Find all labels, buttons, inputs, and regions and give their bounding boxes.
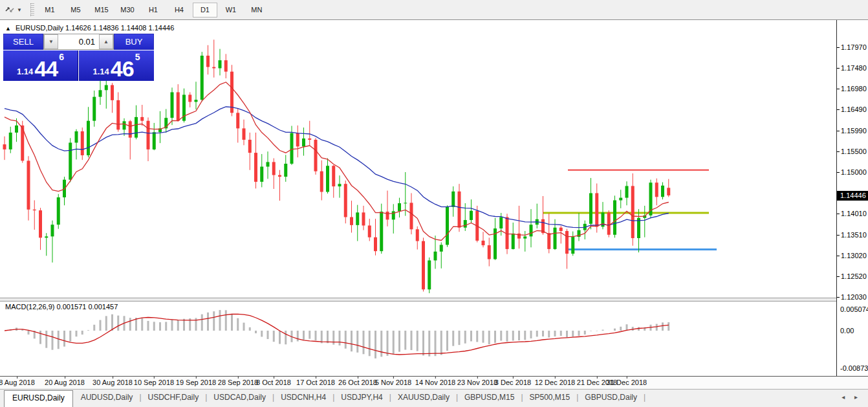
buy-button[interactable]: BUY bbox=[114, 34, 154, 50]
fast-ma-line bbox=[5, 82, 669, 241]
price-axis-label: 1.13020 bbox=[841, 252, 867, 259]
candle-body bbox=[446, 207, 449, 245]
candle-body bbox=[224, 60, 228, 72]
chart-tab-audusd-daily[interactable]: AUDUSD,Daily bbox=[74, 390, 140, 405]
candle-body bbox=[171, 93, 174, 118]
candle-body bbox=[613, 201, 616, 235]
date-axis-label: 12 Dec 2018 bbox=[535, 379, 575, 386]
price-axis-label: 1.16980 bbox=[841, 85, 867, 93]
volume-decrease-button[interactable]: ▼ bbox=[44, 34, 58, 49]
chart-symbol: EURUSD,Daily bbox=[16, 24, 63, 32]
candle-body bbox=[512, 234, 515, 249]
candle-body bbox=[667, 188, 670, 195]
price-axis[interactable]: 1.179701.174801.169801.164901.159901.155… bbox=[836, 20, 868, 376]
price-axis-label: 1.17480 bbox=[841, 64, 867, 72]
candle-body bbox=[272, 162, 276, 175]
sell-price-display[interactable]: 1.14 44 6 bbox=[3, 50, 78, 81]
candle-body bbox=[410, 203, 413, 229]
trading-terminal-window: ▼ M1M5M15M30H1H4D1W1MN ▲ EURUSD,Daily 1.… bbox=[0, 0, 868, 407]
timeframe-button-m15[interactable]: M15 bbox=[89, 3, 114, 17]
candle-body bbox=[488, 245, 491, 259]
chart-low: 1.14408 bbox=[121, 24, 147, 32]
macd-signal-value: 0.001457 bbox=[88, 303, 118, 311]
candle-body bbox=[451, 192, 455, 207]
collapse-arrow-icon[interactable]: ▲ bbox=[5, 25, 11, 32]
candle-body bbox=[254, 153, 257, 182]
macd-label: MACD(12,26,9) 0.001571 0.001457 bbox=[5, 303, 118, 311]
candle-body bbox=[458, 192, 461, 228]
timeframe-button-d1[interactable]: D1 bbox=[193, 3, 217, 17]
chart-tab-sp500-m15[interactable]: SP500,M15 bbox=[523, 390, 577, 405]
tab-separator: | bbox=[644, 393, 646, 402]
candle-body bbox=[123, 121, 126, 129]
sell-price-pip: 6 bbox=[59, 52, 64, 62]
sell-price-prefix: 1.14 bbox=[17, 65, 33, 78]
candle-body bbox=[571, 237, 574, 254]
candle-body bbox=[236, 113, 239, 128]
candle-body bbox=[105, 85, 108, 90]
volume-input[interactable] bbox=[58, 34, 99, 49]
date-axis-label: 28 Sep 2018 bbox=[218, 379, 258, 386]
sell-button[interactable]: SELL bbox=[3, 34, 43, 50]
candle-body bbox=[547, 233, 550, 249]
date-axis-label: 20 Aug 2018 bbox=[45, 379, 85, 386]
candle-body bbox=[554, 228, 557, 249]
candle-body bbox=[589, 193, 592, 223]
candle-body bbox=[27, 160, 30, 209]
timeframe-button-mn[interactable]: MN bbox=[244, 3, 269, 17]
timeframe-button-m30[interactable]: M30 bbox=[115, 3, 140, 17]
candle-body bbox=[326, 166, 329, 192]
chart-tool-button[interactable]: ▼ bbox=[1, 2, 25, 17]
price-axis-label: 1.12030 bbox=[841, 293, 867, 301]
candle-body bbox=[344, 184, 347, 217]
chart-tab-eurusd-daily[interactable]: EURUSD,Daily bbox=[4, 390, 73, 407]
candle-body bbox=[111, 85, 114, 100]
candle-body bbox=[201, 56, 204, 100]
time-axis[interactable]: 8 Aug 201820 Aug 201830 Aug 201810 Sep 2… bbox=[0, 377, 868, 390]
candle-body bbox=[290, 133, 294, 164]
date-axis-label: 31 Dec 2018 bbox=[607, 379, 647, 386]
candle-body bbox=[195, 100, 198, 102]
chart-tab-usdjpy-h4[interactable]: USDJPY,H4 bbox=[334, 390, 389, 405]
macd-indicator-canvas[interactable] bbox=[0, 300, 836, 376]
timeframe-button-h4[interactable]: H4 bbox=[167, 3, 191, 17]
chart-tab-gbpusd-m15[interactable]: GBPUSD,M15 bbox=[458, 390, 521, 405]
candle-body bbox=[243, 128, 246, 140]
candle-body bbox=[374, 237, 377, 251]
chart-tab-usdchf-daily[interactable]: USDCHF,Daily bbox=[142, 390, 206, 405]
candle-body bbox=[260, 167, 263, 182]
candle-body bbox=[625, 186, 629, 197]
volume-increase-button[interactable]: ▲ bbox=[99, 34, 113, 49]
candle-body bbox=[278, 175, 281, 177]
candle-body bbox=[45, 236, 48, 237]
current-price-badge: 1.14446 bbox=[837, 191, 868, 201]
candle-body bbox=[565, 231, 569, 254]
candle-body bbox=[3, 144, 6, 149]
toolbar-grip[interactable] bbox=[30, 3, 34, 16]
chart-tab-gbpusd-daily[interactable]: GBPUSD,Daily bbox=[578, 390, 644, 405]
timeframe-button-m1[interactable]: M1 bbox=[38, 3, 62, 17]
candle-body bbox=[230, 72, 233, 113]
tab-scroll-arrows[interactable]: ◂ ▸ bbox=[841, 393, 862, 401]
chart-close: 1.14446 bbox=[149, 24, 175, 32]
candle-body bbox=[607, 212, 611, 234]
macd-axis-label: 0.00 bbox=[840, 327, 854, 335]
candle-body bbox=[248, 140, 252, 153]
date-axis-label: 8 Aug 2018 bbox=[0, 379, 35, 386]
chart-tab-usdcad-daily[interactable]: USDCAD,Daily bbox=[207, 390, 272, 405]
chart-tab-bar: EURUSD,DailyAUDUSD,Daily|USDCHF,Daily|US… bbox=[0, 389, 868, 407]
chart-tab-usdcnh-h4[interactable]: USDCNH,H4 bbox=[274, 390, 332, 405]
candle-body bbox=[595, 193, 598, 226]
candle-body bbox=[499, 217, 503, 229]
date-axis-label: 3 Dec 2018 bbox=[495, 379, 531, 386]
candle-body bbox=[338, 184, 342, 186]
chart-tab-xauusd-daily[interactable]: XAUUSD,Daily bbox=[391, 390, 456, 405]
candle-body bbox=[416, 229, 419, 241]
date-axis-label: 8 Oct 2018 bbox=[256, 379, 291, 386]
buy-price-display[interactable]: 1.14 46 5 bbox=[79, 50, 154, 81]
timeframe-button-m5[interactable]: M5 bbox=[63, 3, 88, 17]
timeframe-button-w1[interactable]: W1 bbox=[219, 3, 243, 17]
timeframe-button-h1[interactable]: H1 bbox=[141, 3, 166, 17]
candle-body bbox=[129, 121, 132, 137]
candle-body bbox=[404, 203, 407, 203]
